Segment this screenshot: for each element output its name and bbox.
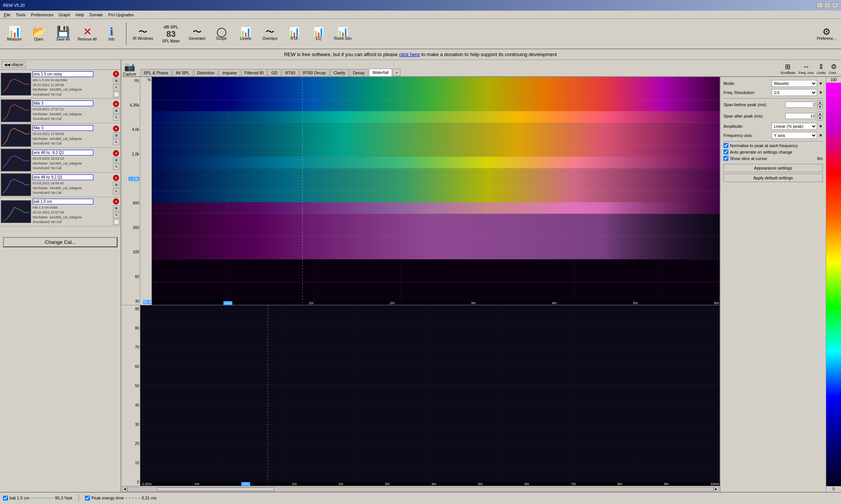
tab-all-spl[interactable]: All SPL bbox=[173, 69, 193, 76]
measurement-name-input-6[interactable] bbox=[33, 199, 93, 204]
upper-chart[interactable]: -1m 184u 1m 2m 3m 4m 5m 6m bbox=[140, 77, 720, 305]
show-slice-checkbox[interactable] bbox=[723, 156, 728, 161]
levels-button[interactable]: 📊 Levels bbox=[234, 21, 257, 47]
action-btn-1b[interactable]: ✎ bbox=[113, 85, 120, 91]
normalise-checkbox[interactable] bbox=[723, 143, 728, 148]
maximize-button[interactable]: □ bbox=[824, 3, 830, 8]
status-checkbox-2[interactable] bbox=[85, 496, 90, 501]
status-bar: kali 1.5 cm ────── 95,3 %pk Peak energy … bbox=[0, 492, 841, 503]
span-after-up[interactable]: ▲ bbox=[817, 111, 823, 116]
measurement-name-input-4[interactable] bbox=[33, 150, 93, 155]
preferences-label: Preferenc... bbox=[817, 36, 836, 41]
scrollbar-thumb[interactable] bbox=[157, 487, 274, 491]
measurement-name-input-2[interactable] bbox=[33, 100, 93, 106]
measurement-name-input-5[interactable] bbox=[33, 174, 93, 180]
change-cal-button[interactable]: Change Cal... bbox=[3, 237, 118, 247]
tab-rt60[interactable]: RT60 bbox=[282, 69, 299, 76]
tab-distortion[interactable]: Distortion bbox=[194, 69, 218, 76]
collapse-button[interactable]: ◀◀ ollapse bbox=[2, 61, 26, 68]
capture-button[interactable]: 📷 Capture bbox=[123, 61, 137, 76]
generator-button[interactable]: 〜 Generator bbox=[186, 21, 209, 47]
open-button[interactable]: 📂 Open bbox=[27, 21, 50, 47]
tab-clarity[interactable]: Clarity bbox=[330, 69, 349, 76]
eq-button[interactable]: 📊 EQ bbox=[307, 21, 330, 47]
action-btn-2b[interactable]: ✎ bbox=[113, 115, 120, 121]
status-checkbox-1[interactable] bbox=[3, 496, 8, 501]
action-btn-6c[interactable]: 📄 bbox=[113, 219, 120, 225]
measurement-name-input-3[interactable] bbox=[33, 125, 93, 131]
scrollbars-label: Scrollbars bbox=[780, 71, 795, 75]
amplitude-select[interactable]: Linear (% peak) bbox=[772, 123, 817, 130]
banner-link[interactable]: click here bbox=[399, 52, 420, 57]
tab-more-button[interactable]: » bbox=[393, 69, 400, 76]
action-btn-6b[interactable]: ✎ bbox=[113, 212, 120, 218]
action-btn-1a[interactable]: ⊞ bbox=[113, 78, 120, 84]
tab-impulse[interactable]: Impulse bbox=[219, 69, 240, 76]
preferences-button[interactable]: ⚙ Preferenc... bbox=[815, 21, 838, 47]
scrollbars-button[interactable]: ⊞ Scrollbars bbox=[780, 62, 796, 75]
menu-preferences[interactable]: Preferences bbox=[28, 12, 55, 18]
action-btn-5b[interactable]: ✎ bbox=[113, 188, 120, 195]
menu-pro-upgrades[interactable]: Pro Upgrades bbox=[106, 12, 136, 18]
tab-waterfall[interactable]: Waterfall bbox=[369, 69, 392, 76]
freq-axis-select[interactable]: Y axis bbox=[772, 132, 817, 139]
mode-row: Mode: Wavelet ▼ bbox=[723, 80, 823, 87]
delete-button-3[interactable]: ✕ bbox=[113, 126, 119, 132]
ir-windows-button[interactable]: 〜 IR Windows bbox=[130, 21, 156, 47]
auto-generate-checkbox[interactable] bbox=[723, 149, 728, 154]
spl-meter-button[interactable]: dB SPL 83 SPL Meter bbox=[158, 21, 184, 47]
overlays-button[interactable]: 〜 Overlays bbox=[259, 21, 281, 47]
freq-res-select[interactable]: 1/1 bbox=[772, 89, 817, 96]
action-btn-6a[interactable]: ⊞ bbox=[113, 205, 120, 211]
mode-select[interactable]: Wavelet bbox=[772, 80, 817, 87]
tab-gd[interactable]: GD bbox=[268, 69, 281, 76]
action-btn-1c[interactable]: 📄 bbox=[113, 91, 120, 97]
close-button[interactable]: × bbox=[832, 3, 838, 8]
lower-chart[interactable]: -2,02m -1m 169u 1m 2m 3m 4m 5m 6m 7m 8m … bbox=[140, 305, 720, 486]
scroll-right-button[interactable]: ▶ bbox=[714, 487, 719, 491]
scroll-left-button[interactable]: ◀ bbox=[122, 487, 127, 491]
span-after-down[interactable]: ▼ bbox=[817, 116, 823, 121]
minimize-button[interactable]: − bbox=[817, 3, 823, 8]
measure-button[interactable]: 📊 Measure bbox=[3, 21, 26, 47]
remove-all-button[interactable]: ✕ Remove All bbox=[76, 21, 99, 47]
action-btn-2a[interactable]: ⊞ bbox=[113, 108, 120, 114]
appearance-settings-button[interactable]: Appearance settings bbox=[723, 164, 823, 172]
delete-button-6[interactable]: ✕ bbox=[113, 198, 119, 204]
controls-button[interactable]: ⚙ Cont... bbox=[828, 62, 839, 75]
span-before-input[interactable] bbox=[785, 102, 816, 108]
scope-button[interactable]: ◯ Scope bbox=[210, 21, 233, 47]
action-btn-3b[interactable]: ✎ bbox=[113, 139, 120, 145]
tab-decay[interactable]: Decay bbox=[350, 69, 368, 76]
scrollbar-track[interactable] bbox=[127, 487, 714, 491]
menu-file[interactable]: File bbox=[2, 12, 13, 18]
info-button[interactable]: ℹ Info bbox=[100, 21, 123, 47]
tab-spl-phase[interactable]: SPL & Phase bbox=[140, 69, 172, 76]
save-all-button[interactable]: 💾 Save All bbox=[52, 21, 74, 47]
room-sim-button[interactable]: 📊 Room Sim bbox=[331, 21, 354, 47]
tab-filtered-ir[interactable]: Filtered IR bbox=[241, 69, 267, 76]
menu-help[interactable]: Help bbox=[73, 12, 86, 18]
tab-rt60-decay[interactable]: RT60 Decay bbox=[300, 69, 329, 76]
menu-donate[interactable]: Donate bbox=[87, 12, 105, 18]
delete-button-2[interactable]: ✕ bbox=[113, 101, 119, 107]
freq-res-dropdown-icon: ▼ bbox=[819, 90, 823, 95]
span-before-up[interactable]: ▲ bbox=[817, 100, 823, 105]
delete-button-1[interactable]: ✕ bbox=[113, 71, 119, 77]
action-btn-4a[interactable]: ⊞ bbox=[113, 157, 120, 163]
delete-button-4[interactable]: ✕ bbox=[113, 150, 119, 156]
menu-tools[interactable]: Tools bbox=[14, 12, 28, 18]
save-all-label: Save All bbox=[56, 37, 70, 41]
action-btn-5a[interactable]: ⊞ bbox=[113, 182, 120, 188]
action-btn-4b[interactable]: ✎ bbox=[113, 164, 120, 170]
span-before-down[interactable]: ▼ bbox=[817, 105, 823, 109]
menu-graph[interactable]: Graph bbox=[56, 12, 73, 18]
freq-axis-button[interactable]: ↔ Freq. Axis bbox=[798, 62, 814, 75]
action-btn-3a[interactable]: ⊞ bbox=[113, 132, 120, 138]
limits-button[interactable]: ⇕ Limits bbox=[816, 62, 827, 75]
rta-button[interactable]: 📊 RTA bbox=[283, 21, 306, 47]
delete-button-5[interactable]: ✕ bbox=[113, 175, 119, 181]
apply-defaults-button[interactable]: Apply default settings bbox=[723, 174, 823, 182]
span-after-input[interactable] bbox=[785, 113, 816, 119]
measurement-name-input-1[interactable] bbox=[33, 71, 93, 77]
